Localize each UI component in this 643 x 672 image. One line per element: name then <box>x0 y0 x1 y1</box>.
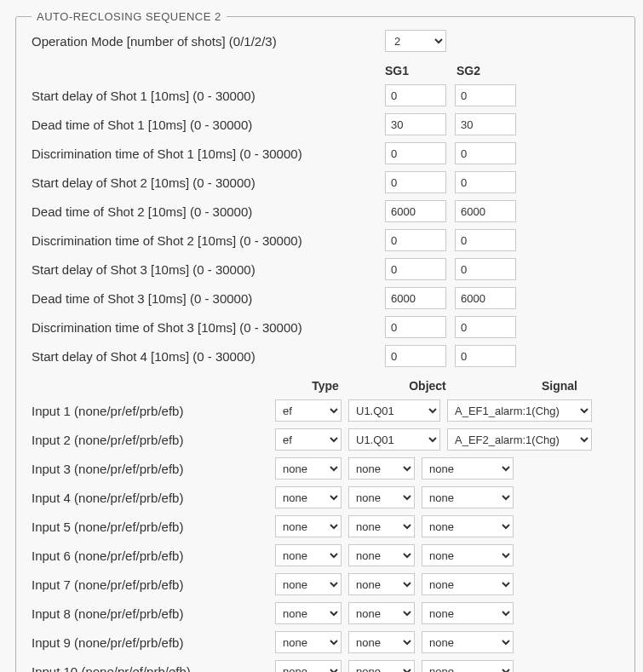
shot-sg2-input[interactable] <box>455 84 516 106</box>
input-label: Input 6 (none/pr/ef/prb/efb) <box>32 549 275 563</box>
io-object-header: Object <box>364 379 491 393</box>
shot-row: Discrimination time of Shot 2 [10ms] (0 … <box>32 229 619 251</box>
input-type-select[interactable]: ef <box>275 399 342 422</box>
input-label: Input 5 (none/pr/ef/prb/efb) <box>32 520 275 534</box>
shot-sg2-input[interactable] <box>455 229 516 251</box>
shot-sg2-input[interactable] <box>455 200 516 222</box>
shot-row: Dead time of Shot 2 [10ms] (0 - 30000) <box>32 200 619 222</box>
input-row: Input 8 (none/pr/ef/prb/efb)nonenonenone <box>32 602 619 624</box>
input-object-select[interactable]: none <box>348 544 415 566</box>
input-type-select[interactable]: none <box>275 515 342 537</box>
input-row: Input 3 (none/pr/ef/prb/efb)nonenonenone <box>32 457 619 480</box>
shot-label: Dead time of Shot 1 [10ms] (0 - 30000) <box>32 118 376 132</box>
input-label: Input 3 (none/pr/ef/prb/efb) <box>32 462 275 476</box>
input-object-select[interactable]: none <box>348 573 415 595</box>
input-signal-select[interactable]: none <box>422 457 514 480</box>
fieldset-legend: AUTO-RECLOSING SEQUENCE 2 <box>32 10 227 23</box>
io-signal-header: Signal <box>500 379 619 393</box>
sg1-header: SG1 <box>385 64 446 78</box>
sg-header-row: SG1 SG2 <box>32 64 619 78</box>
input-label: Input 2 (none/pr/ef/prb/efb) <box>32 433 275 447</box>
input-label: Input 8 (none/pr/ef/prb/efb) <box>32 606 275 621</box>
op-mode-select[interactable]: 2 <box>385 30 446 52</box>
input-signal-select[interactable]: none <box>422 602 514 624</box>
input-row: Input 6 (none/pr/ef/prb/efb)nonenonenone <box>32 544 619 566</box>
io-header-row: Type Object Signal <box>32 379 619 393</box>
shot-sg1-input[interactable] <box>385 316 446 338</box>
shot-sg1-input[interactable] <box>385 229 446 251</box>
shot-row: Start delay of Shot 2 [10ms] (0 - 30000) <box>32 171 619 193</box>
auto-reclosing-sequence-2-fieldset: AUTO-RECLOSING SEQUENCE 2 Operation Mode… <box>15 10 635 672</box>
input-signal-select[interactable]: none <box>422 515 514 537</box>
input-row: Input 7 (none/pr/ef/prb/efb)nonenonenone <box>32 573 619 595</box>
shot-label: Discrimination time of Shot 2 [10ms] (0 … <box>32 233 376 248</box>
input-object-select[interactable]: U1.Q01 <box>348 399 440 422</box>
shot-sg2-input[interactable] <box>455 287 516 309</box>
input-object-select[interactable]: none <box>348 515 415 537</box>
input-object-select[interactable]: none <box>348 602 415 624</box>
input-signal-select[interactable]: A_EF2_alarm:1(Chg) <box>447 428 592 451</box>
shot-label: Start delay of Shot 3 [10ms] (0 - 30000) <box>32 262 376 277</box>
shot-sg1-input[interactable] <box>385 345 446 367</box>
input-object-select[interactable]: U1.Q01 <box>348 428 440 451</box>
input-object-select[interactable]: none <box>348 486 415 508</box>
input-type-select[interactable]: none <box>275 631 342 653</box>
shot-row: Discrimination time of Shot 1 [10ms] (0 … <box>32 142 619 164</box>
input-signal-select[interactable]: none <box>422 631 514 653</box>
input-row: Input 5 (none/pr/ef/prb/efb)nonenonenone <box>32 515 619 537</box>
shot-row: Start delay of Shot 3 [10ms] (0 - 30000) <box>32 258 619 280</box>
input-signal-select[interactable]: none <box>422 486 514 508</box>
input-signal-select[interactable]: none <box>422 544 514 566</box>
shot-sg2-input[interactable] <box>455 142 516 164</box>
op-mode-row: Operation Mode [number of shots] (0/1/2/… <box>32 30 619 52</box>
shot-sg1-input[interactable] <box>385 287 446 309</box>
shot-sg2-input[interactable] <box>455 316 516 338</box>
input-row: Input 9 (none/pr/ef/prb/efb)nonenonenone <box>32 631 619 653</box>
input-object-select[interactable]: none <box>348 457 415 480</box>
shot-label: Dead time of Shot 3 [10ms] (0 - 30000) <box>32 291 376 306</box>
shot-row: Dead time of Shot 3 [10ms] (0 - 30000) <box>32 287 619 309</box>
shot-label: Discrimination time of Shot 3 [10ms] (0 … <box>32 320 376 335</box>
shot-label: Start delay of Shot 4 [10ms] (0 - 30000) <box>32 349 376 364</box>
shot-label: Start delay of Shot 1 [10ms] (0 - 30000) <box>32 89 376 103</box>
input-label: Input 4 (none/pr/ef/prb/efb) <box>32 491 275 505</box>
input-type-select[interactable]: ef <box>275 428 342 451</box>
shot-label: Start delay of Shot 2 [10ms] (0 - 30000) <box>32 175 376 190</box>
input-object-select[interactable]: none <box>348 631 415 653</box>
shot-row: Start delay of Shot 4 [10ms] (0 - 30000) <box>32 345 619 367</box>
shot-sg1-input[interactable] <box>385 84 446 106</box>
shot-sg2-input[interactable] <box>455 345 516 367</box>
shot-row: Discrimination time of Shot 3 [10ms] (0 … <box>32 316 619 338</box>
shot-label: Dead time of Shot 2 [10ms] (0 - 30000) <box>32 204 376 219</box>
input-label: Input 7 (none/pr/ef/prb/efb) <box>32 577 275 592</box>
input-row: Input 4 (none/pr/ef/prb/efb)nonenonenone <box>32 486 619 508</box>
input-row: Input 10 (none/pr/ef/prb/efb)nonenonenon… <box>32 660 619 672</box>
shot-sg1-input[interactable] <box>385 142 446 164</box>
input-type-select[interactable]: none <box>275 573 342 595</box>
shot-sg1-input[interactable] <box>385 200 446 222</box>
shot-sg2-input[interactable] <box>455 171 516 193</box>
input-type-select[interactable]: none <box>275 544 342 566</box>
shot-row: Start delay of Shot 1 [10ms] (0 - 30000) <box>32 84 619 106</box>
input-signal-select[interactable]: none <box>422 573 514 595</box>
shot-row: Dead time of Shot 1 [10ms] (0 - 30000) <box>32 113 619 135</box>
input-signal-select[interactable]: none <box>422 660 514 672</box>
shot-sg1-input[interactable] <box>385 171 446 193</box>
shot-sg2-input[interactable] <box>455 258 516 280</box>
shot-label: Discrimination time of Shot 1 [10ms] (0 … <box>32 146 376 161</box>
shot-sg2-input[interactable] <box>455 113 516 135</box>
shot-sg1-input[interactable] <box>385 258 446 280</box>
op-mode-label: Operation Mode [number of shots] (0/1/2/… <box>32 34 376 49</box>
input-type-select[interactable]: none <box>275 602 342 624</box>
io-type-header: Type <box>296 379 355 393</box>
input-label: Input 1 (none/pr/ef/prb/efb) <box>32 404 275 418</box>
shot-sg1-input[interactable] <box>385 113 446 135</box>
input-type-select[interactable]: none <box>275 457 342 480</box>
sg2-header: SG2 <box>456 64 518 78</box>
input-signal-select[interactable]: A_EF1_alarm:1(Chg) <box>447 399 592 422</box>
input-row: Input 2 (none/pr/ef/prb/efb)efU1.Q01A_EF… <box>32 428 619 451</box>
input-type-select[interactable]: none <box>275 660 342 672</box>
input-label: Input 10 (none/pr/ef/prb/efb) <box>32 664 275 673</box>
input-object-select[interactable]: none <box>348 660 415 672</box>
input-type-select[interactable]: none <box>275 486 342 508</box>
